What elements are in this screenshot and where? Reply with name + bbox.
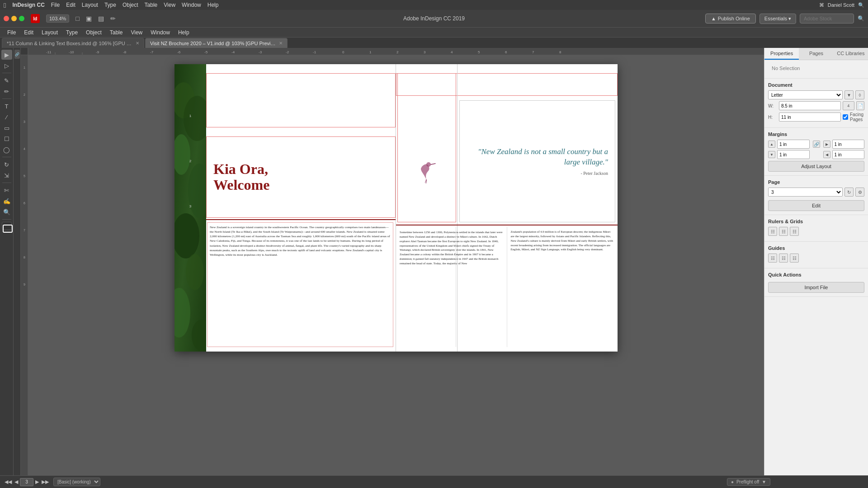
menu-type[interactable]: Type <box>104 2 116 8</box>
line-tool[interactable]: ∕ <box>1 112 12 122</box>
top-margin-input[interactable] <box>777 140 810 149</box>
stroke-color[interactable] <box>3 225 13 233</box>
menu-file[interactable]: File <box>4 28 19 37</box>
type-tool[interactable]: T <box>1 101 12 111</box>
menu-layout[interactable]: Layout <box>38 28 61 37</box>
menu-object[interactable]: Object <box>123 2 138 8</box>
menu-edit[interactable]: Edit <box>66 2 75 8</box>
adobe-stock-search[interactable] <box>800 14 854 23</box>
tab-cc-libraries[interactable]: CC Libraries <box>834 48 868 60</box>
import-file-button[interactable]: Import File <box>768 282 864 293</box>
next-page-btn[interactable]: ▶ <box>34 478 40 486</box>
indesign-logo: Id <box>31 14 40 23</box>
svg-text:-3: -3 <box>259 50 262 54</box>
ruler-icon-2[interactable]: ☷ <box>779 227 788 236</box>
left-margin-input[interactable] <box>832 150 865 159</box>
heading-frame[interactable]: Kia Ora, Welcome <box>206 136 396 218</box>
tool-icon-1[interactable]: □ <box>74 14 81 23</box>
left-margin-row: ◀ <box>823 150 865 159</box>
tab-linking-text[interactable]: *11 Column & Linking Text Boxes.indd @ 1… <box>2 38 144 48</box>
menu-edit[interactable]: Edit <box>20 28 37 37</box>
menu-object[interactable]: Object <box>82 28 105 37</box>
height-input[interactable] <box>779 113 841 122</box>
page-number-input[interactable] <box>20 478 33 486</box>
zoom-tool[interactable]: 🔍 <box>1 207 12 217</box>
adjust-layout-button[interactable]: Adjust Layout <box>768 161 864 172</box>
tab-pages[interactable]: Pages <box>799 48 833 60</box>
margin-link-icon[interactable]: 🔗 <box>811 141 822 148</box>
guides-icon-3[interactable]: ☷ <box>790 253 799 263</box>
page-icon-1[interactable]: 📄 <box>856 101 864 110</box>
facing-pages-checkbox[interactable] <box>843 114 848 120</box>
menu-view[interactable]: View <box>164 2 175 8</box>
first-page-btn[interactable]: ◀◀ <box>4 478 13 486</box>
guides-icon-2[interactable]: ☷ <box>779 253 788 263</box>
edit-button[interactable]: Edit <box>768 200 864 211</box>
pen-tool[interactable]: ✎ <box>1 75 12 85</box>
page-preset-icon[interactable]: ▼ <box>844 90 854 99</box>
last-page-btn[interactable]: ▶▶ <box>41 478 50 486</box>
menu-view[interactable]: View <box>127 28 146 37</box>
body-text-frame[interactable]: New Zealand is a sovereign island countr… <box>207 222 393 347</box>
scale-tool[interactable]: ⇲ <box>1 170 12 180</box>
maximize-button[interactable] <box>19 16 24 21</box>
menu-table[interactable]: Table <box>106 28 127 37</box>
guides-icon-1[interactable]: ☷ <box>768 253 777 263</box>
prev-page-btn[interactable]: ◀ <box>14 478 19 486</box>
tool-icon-4[interactable]: ✏ <box>108 14 118 23</box>
menu-window[interactable]: Window <box>147 28 174 37</box>
app-name-menu[interactable]: InDesign CC <box>12 2 44 8</box>
page-options-icon[interactable]: ⚙ <box>855 188 864 197</box>
page-size-select[interactable]: Letter A4 Custom <box>768 90 843 99</box>
grid-icon[interactable]: ☷ <box>790 227 799 236</box>
close-button[interactable] <box>4 16 9 21</box>
menu-help[interactable]: Help <box>175 28 193 37</box>
menu-file[interactable]: File <box>51 2 60 8</box>
tab-visit-nz[interactable]: Visit NZ Brochure 2020 – V1.indd @ 103% … <box>145 38 288 48</box>
page-number-select[interactable]: 3 1 2 4 <box>768 188 843 197</box>
menu-help[interactable]: Help <box>208 2 219 8</box>
minimize-button[interactable] <box>11 16 17 21</box>
scissors-tool[interactable]: ✄ <box>1 185 12 195</box>
ruler-icon-1[interactable]: ☷ <box>768 227 777 236</box>
right-margin-input[interactable] <box>832 140 865 149</box>
svg-text:3: 3 <box>424 50 426 54</box>
pencil-tool[interactable]: ✏ <box>1 86 12 96</box>
ruler-h-ticks: -11 -10 -9 -8 -7 -6 -5 -4 -3 -2 -1 0 1 2 <box>28 48 764 55</box>
publish-online-button[interactable]: ▲ Publish Online <box>705 14 756 23</box>
apple-menu[interactable]:  <box>4 1 6 9</box>
zoom-display[interactable]: 103.4% <box>46 14 69 23</box>
width-input[interactable] <box>779 101 841 110</box>
top-margin-row: ▲ <box>768 140 810 149</box>
preflight-button[interactable]: ● Preflight off ▼ <box>727 478 770 486</box>
ellipse-tool[interactable]: ◯ <box>1 145 12 155</box>
tab-close-icon[interactable]: ✕ <box>136 41 139 46</box>
search-icon[interactable]: 🔍 <box>858 15 864 22</box>
page-rotate-icon[interactable]: ↻ <box>844 188 854 197</box>
menu-layout[interactable]: Layout <box>82 2 98 8</box>
search-icon[interactable]: 🔍 <box>858 2 864 8</box>
essentials-button[interactable]: Essentials ▾ <box>760 14 796 24</box>
rect-frame-tool[interactable]: ▭ <box>1 123 12 133</box>
tool-icon-2[interactable]: ▣ <box>84 14 94 23</box>
direct-selection-tool[interactable]: ▷ <box>1 61 12 70</box>
canvas-scroll-area[interactable]: 1 2 3 Kia Ora, Welcome <box>28 55 764 475</box>
menu-window[interactable]: Window <box>182 2 201 8</box>
hand-tool[interactable]: ✍ <box>1 196 12 206</box>
page-orientation-icon[interactable]: ◊ <box>855 90 864 99</box>
quote-box[interactable]: "New Zealand is not a small country but … <box>459 100 615 222</box>
link-tool-icon[interactable]: 🔗 <box>14 50 20 59</box>
bottom-margin-icon: ▼ <box>768 151 775 158</box>
rect-tool[interactable]: ☐ <box>1 134 12 144</box>
tab-properties[interactable]: Properties <box>764 48 799 60</box>
bottom-margin-input[interactable] <box>777 150 810 159</box>
rotate-tool[interactable]: ↻ <box>1 160 12 169</box>
selection-tool[interactable]: ▶ <box>1 50 12 60</box>
tool-icon-3[interactable]: ▤ <box>96 14 106 23</box>
master-page-select[interactable]: [Basic] (working) <box>53 478 100 486</box>
center-top-frame[interactable] <box>397 73 456 222</box>
menu-table[interactable]: Table <box>145 2 158 8</box>
menu-type[interactable]: Type <box>62 28 81 37</box>
tab-close-active-icon[interactable]: ✕ <box>279 41 283 46</box>
svg-text:1: 1 <box>24 66 25 69</box>
